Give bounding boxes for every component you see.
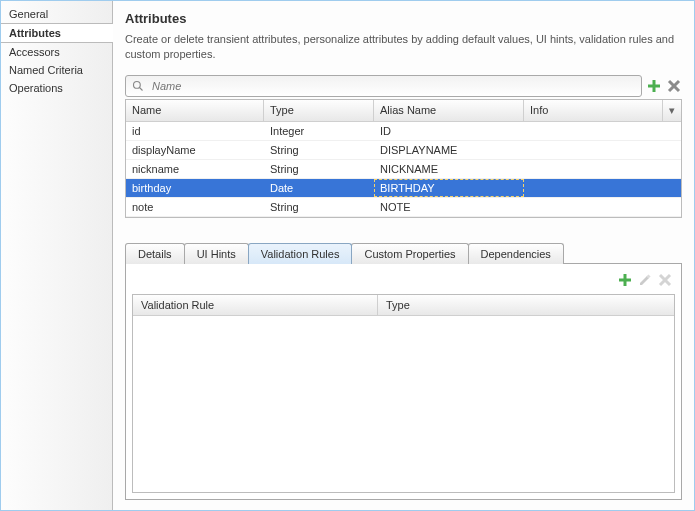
column-header-name[interactable]: Name	[126, 100, 264, 121]
cell-alias: DISPLAYNAME	[374, 141, 524, 159]
sidebar-item-accessors[interactable]: Accessors	[1, 43, 112, 61]
page-description: Create or delete transient attributes, p…	[125, 32, 682, 63]
delete-rule-button[interactable]	[657, 272, 673, 288]
chevron-down-icon: ▾	[669, 104, 675, 116]
sidebar-item-label: Named Criteria	[9, 64, 83, 76]
cell-alias: NOTE	[374, 198, 524, 216]
sidebar-item-label: Operations	[9, 82, 63, 94]
validation-toolbar	[132, 270, 675, 294]
add-rule-button[interactable]	[617, 272, 633, 288]
tab-label: Dependencies	[481, 248, 551, 260]
cell-type: String	[264, 160, 374, 178]
cell-name: birthday	[126, 179, 264, 197]
column-header-menu[interactable]: ▾	[663, 100, 681, 121]
cell-alias: ID	[374, 122, 524, 140]
pencil-icon	[638, 273, 652, 287]
sidebar-item-operations[interactable]: Operations	[1, 79, 112, 97]
cell-info	[524, 141, 663, 159]
tab-custom-properties[interactable]: Custom Properties	[351, 243, 468, 264]
sidebar: General Attributes Accessors Named Crite…	[1, 1, 113, 510]
attributes-table-header: Name Type Alias Name Info ▾	[126, 100, 681, 122]
tab-label: Custom Properties	[364, 248, 455, 260]
cell-name: nickname	[126, 160, 264, 178]
cell-type: String	[264, 198, 374, 216]
cell-name: note	[126, 198, 264, 216]
svg-point-0	[134, 81, 141, 88]
cell-type: String	[264, 141, 374, 159]
sidebar-item-label: Attributes	[9, 27, 61, 39]
tab-details[interactable]: Details	[125, 243, 185, 264]
main-content: Attributes Create or delete transient at…	[113, 1, 694, 510]
delete-attribute-button[interactable]	[666, 78, 682, 94]
svg-line-1	[140, 87, 143, 90]
tab-validation-rules[interactable]: Validation Rules	[248, 243, 353, 264]
search-icon	[132, 80, 144, 92]
tab-label: Details	[138, 248, 172, 260]
plus-icon	[647, 79, 661, 93]
page-title: Attributes	[125, 11, 682, 26]
sidebar-item-named-criteria[interactable]: Named Criteria	[1, 61, 112, 79]
detail-tabs: Details UI Hints Validation Rules Custom…	[125, 242, 682, 263]
validation-rules-table: Validation Rule Type	[132, 294, 675, 493]
cell-info	[524, 198, 663, 216]
cell-name: displayName	[126, 141, 264, 159]
column-header-info[interactable]: Info	[524, 100, 663, 121]
cell-pad	[663, 122, 681, 140]
tab-dependencies[interactable]: Dependencies	[468, 243, 564, 264]
validation-table-body	[133, 316, 674, 492]
cell-pad	[663, 198, 681, 216]
cell-pad	[663, 179, 681, 197]
cell-type: Date	[264, 179, 374, 197]
edit-rule-button[interactable]	[637, 272, 653, 288]
cell-info	[524, 122, 663, 140]
cell-info	[524, 160, 663, 178]
tab-label: Validation Rules	[261, 248, 340, 260]
column-header-rule-type[interactable]: Type	[378, 295, 674, 315]
add-attribute-button[interactable]	[646, 78, 662, 94]
cell-info	[524, 179, 663, 197]
column-header-rule[interactable]: Validation Rule	[133, 295, 378, 315]
tab-label: UI Hints	[197, 248, 236, 260]
cell-name: id	[126, 122, 264, 140]
column-header-alias[interactable]: Alias Name	[374, 100, 524, 121]
table-row[interactable]: id Integer ID	[126, 122, 681, 141]
validation-table-header: Validation Rule Type	[133, 295, 674, 316]
cell-pad	[663, 141, 681, 159]
svg-rect-7	[619, 278, 631, 281]
svg-rect-3	[648, 84, 660, 87]
cell-type: Integer	[264, 122, 374, 140]
search-input[interactable]	[150, 79, 635, 93]
tab-ui-hints[interactable]: UI Hints	[184, 243, 249, 264]
x-icon	[658, 273, 672, 287]
search-box[interactable]	[125, 75, 642, 97]
sidebar-item-label: General	[9, 8, 48, 20]
table-row[interactable]: note String NOTE	[126, 198, 681, 217]
plus-icon	[618, 273, 632, 287]
sidebar-item-label: Accessors	[9, 46, 60, 58]
validation-rules-panel: Validation Rule Type	[125, 263, 682, 500]
table-row[interactable]: nickname String NICKNAME	[126, 160, 681, 179]
column-header-type[interactable]: Type	[264, 100, 374, 121]
cell-alias[interactable]: BIRTHDAY	[374, 179, 524, 197]
attributes-toolbar	[125, 75, 682, 97]
cell-pad	[663, 160, 681, 178]
attributes-table: Name Type Alias Name Info ▾ id Integer I…	[125, 99, 682, 218]
sidebar-item-attributes[interactable]: Attributes	[1, 23, 113, 43]
table-row[interactable]: birthday Date BIRTHDAY	[126, 179, 681, 198]
cell-alias: NICKNAME	[374, 160, 524, 178]
sidebar-item-general[interactable]: General	[1, 5, 112, 23]
x-icon	[667, 79, 681, 93]
table-row[interactable]: displayName String DISPLAYNAME	[126, 141, 681, 160]
